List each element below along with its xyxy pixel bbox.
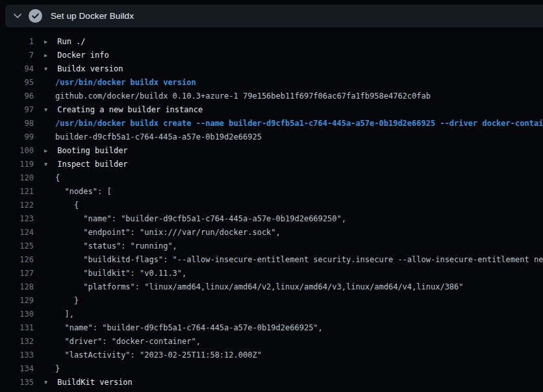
output-text: "lastActivity": "2023-02-25T11:58:12.000… bbox=[44, 349, 262, 362]
output-text: ], bbox=[44, 308, 74, 321]
log-group-row[interactable]: 135▼ BuildKit version bbox=[0, 376, 543, 389]
output-text: "name": "builder-d9cfb5a1-c764-445a-a57e… bbox=[44, 212, 346, 226]
group-expanded-icon[interactable]: ▼ bbox=[44, 103, 53, 117]
line-number[interactable]: 129 bbox=[0, 294, 34, 308]
line-number[interactable]: 131 bbox=[0, 321, 34, 335]
line-number[interactable]: 134 bbox=[0, 362, 34, 376]
output-text: { bbox=[44, 171, 60, 185]
output-text: "buildkitd-flags": "--allow-insecure-ent… bbox=[44, 253, 543, 267]
group-title: Creating a new builder instance bbox=[53, 105, 203, 114]
output-text: "driver": "docker-container", bbox=[44, 335, 201, 349]
group-title: Docker info bbox=[53, 51, 109, 60]
line-number[interactable]: 135 bbox=[0, 376, 34, 389]
log-line: 134} bbox=[0, 362, 543, 376]
log-line: 120{ bbox=[0, 171, 543, 185]
line-number[interactable]: 125 bbox=[0, 239, 34, 253]
line-number[interactable]: 7 bbox=[0, 49, 34, 62]
output-text: "name": "builder-d9cfb5a1-c764-445a-a57e… bbox=[44, 321, 323, 335]
log-group-row[interactable]: 97▼ Creating a new builder instance bbox=[0, 103, 543, 117]
log-line: 125 "status": "running", bbox=[0, 239, 543, 253]
line-number[interactable]: 133 bbox=[0, 349, 34, 362]
group-expanded-icon[interactable]: ▼ bbox=[44, 158, 53, 171]
log-line: 129 } bbox=[0, 294, 543, 308]
line-number[interactable]: 97 bbox=[0, 103, 34, 117]
group-collapsed-icon[interactable]: ▶ bbox=[44, 144, 53, 158]
log-line: 96github.com/docker/buildx 0.10.3+azure-… bbox=[0, 90, 543, 103]
log-line: 122 { bbox=[0, 199, 543, 212]
log-line: 126 "buildkitd-flags": "--allow-insecure… bbox=[0, 253, 543, 267]
step-header[interactable]: Set up Docker Buildx bbox=[5, 5, 543, 27]
command-text: /usr/bin/docker buildx version bbox=[44, 76, 196, 90]
group-collapsed-icon[interactable]: ▶ bbox=[44, 49, 53, 62]
log-line: 133 "lastActivity": "2023-02-25T11:58:12… bbox=[0, 349, 543, 362]
output-text: "platforms": "linux/amd64,linux/amd64/v2… bbox=[44, 280, 464, 294]
line-number[interactable]: 132 bbox=[0, 335, 34, 349]
group-title: Buildx version bbox=[53, 64, 123, 73]
output-text: } bbox=[44, 294, 79, 308]
log-line: 131 "name": "builder-d9cfb5a1-c764-445a-… bbox=[0, 321, 543, 335]
log-group-row[interactable]: 100▶ Booting builder bbox=[0, 144, 543, 158]
log-line: 99builder-d9cfb5a1-c764-445a-a57e-0b19d2… bbox=[0, 130, 543, 144]
group-title: Run ./ bbox=[53, 37, 86, 46]
line-number[interactable]: 130 bbox=[0, 308, 34, 321]
command-text: /usr/bin/docker buildx create --name bui… bbox=[44, 117, 543, 130]
output-text: "status": "running", bbox=[44, 239, 177, 253]
line-number[interactable]: 95 bbox=[0, 76, 34, 90]
log-line: 128 "platforms": "linux/amd64,linux/amd6… bbox=[0, 280, 543, 294]
group-title: BuildKit version bbox=[53, 378, 133, 387]
group-expanded-icon[interactable]: ▼ bbox=[44, 62, 53, 76]
line-number[interactable]: 94 bbox=[0, 62, 34, 76]
output-text: } bbox=[44, 362, 60, 376]
log-line: 121 "nodes": [ bbox=[0, 185, 543, 199]
output-text: builder-d9cfb5a1-c764-445a-a57e-0b19d2e6… bbox=[44, 130, 262, 144]
line-number[interactable]: 98 bbox=[0, 117, 34, 130]
line-number[interactable]: 119 bbox=[0, 158, 34, 171]
line-number[interactable]: 128 bbox=[0, 280, 34, 294]
output-text: "buildkit": "v0.11.3", bbox=[44, 267, 186, 280]
output-text: "endpoint": "unix:///var/run/docker.sock… bbox=[44, 226, 281, 239]
log-group-row[interactable]: 119▼ Inspect builder bbox=[0, 158, 543, 171]
log-line: 123 "name": "builder-d9cfb5a1-c764-445a-… bbox=[0, 212, 543, 226]
output-text: builder-d9cfb5a1-c764-445a-a57e-0b19d2e6… bbox=[44, 389, 309, 392]
actions-log-viewer: Set up Docker Buildx 1▶ Run ./7▶ Docker … bbox=[0, 5, 543, 392]
log-line: 136builder-d9cfb5a1-c764-445a-a57e-0b19d… bbox=[0, 389, 543, 392]
line-number[interactable]: 1 bbox=[0, 35, 34, 49]
line-number[interactable]: 122 bbox=[0, 199, 34, 212]
line-number[interactable]: 126 bbox=[0, 253, 34, 267]
log-group-row[interactable]: 7▶ Docker info bbox=[0, 49, 543, 62]
check-circle-icon bbox=[29, 9, 42, 23]
step-title: Set up Docker Buildx bbox=[51, 11, 134, 21]
output-text: { bbox=[44, 199, 79, 212]
log-group-row[interactable]: 94▼ Buildx version bbox=[0, 62, 543, 76]
log-line: 132 "driver": "docker-container", bbox=[0, 335, 543, 349]
chevron-down-icon[interactable] bbox=[10, 9, 25, 23]
line-number[interactable]: 127 bbox=[0, 267, 34, 280]
group-expanded-icon[interactable]: ▼ bbox=[44, 376, 53, 389]
line-number[interactable]: 121 bbox=[0, 185, 34, 199]
line-number[interactable]: 99 bbox=[0, 130, 34, 144]
log-line: 98/usr/bin/docker buildx create --name b… bbox=[0, 117, 543, 130]
group-title: Booting builder bbox=[53, 146, 128, 155]
log-line: 127 "buildkit": "v0.11.3", bbox=[0, 267, 543, 280]
line-number[interactable]: 100 bbox=[0, 144, 34, 158]
log-area: 1▶ Run ./7▶ Docker info94▼ Buildx versio… bbox=[0, 27, 543, 392]
output-text: "nodes": [ bbox=[44, 185, 112, 199]
output-text: github.com/docker/buildx 0.10.3+azure-1 … bbox=[44, 90, 431, 103]
line-number[interactable]: 96 bbox=[0, 90, 34, 103]
group-title: Inspect builder bbox=[53, 160, 128, 169]
line-number[interactable]: 136 bbox=[0, 389, 34, 392]
group-collapsed-icon[interactable]: ▶ bbox=[44, 35, 53, 49]
log-line: 124 "endpoint": "unix:///var/run/docker.… bbox=[0, 226, 543, 239]
line-number[interactable]: 120 bbox=[0, 171, 34, 185]
log-group-row[interactable]: 1▶ Run ./ bbox=[0, 35, 543, 49]
line-number[interactable]: 123 bbox=[0, 212, 34, 226]
line-number[interactable]: 124 bbox=[0, 226, 34, 239]
log-line: 95/usr/bin/docker buildx version bbox=[0, 76, 543, 90]
log-line: 130 ], bbox=[0, 308, 543, 321]
